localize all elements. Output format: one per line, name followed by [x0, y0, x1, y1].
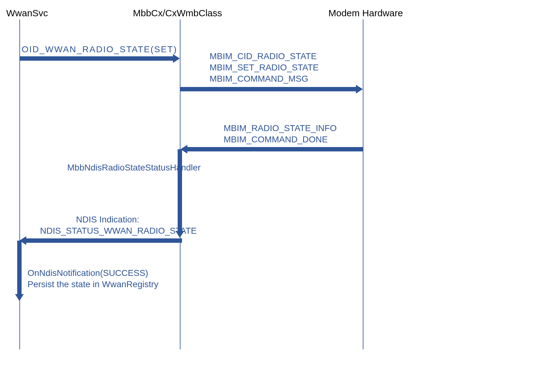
label-notify1: OnNdisNotification(SUCCESS): [28, 267, 148, 278]
label-ndis-ind1: NDIS Indication:: [76, 214, 139, 225]
arrow-mbim-cmd: [180, 87, 357, 91]
arrow-persist: [17, 241, 22, 295]
label-mbim-done: MBIM_COMMAND_DONE: [224, 134, 328, 145]
arrow-handler: [178, 149, 182, 232]
participant-mbbcx: MbbCx/CxWmbClass: [133, 8, 222, 18]
arrow-ndis-indication: [25, 238, 182, 243]
lifeline-modem: [363, 19, 363, 349]
arrow-mbim-done: [186, 147, 363, 151]
label-notify2: Persist the state in WwanRegistry: [28, 279, 159, 290]
arrow-oid-set: [19, 56, 174, 61]
label-mbim-msg: MBIM_COMMAND_MSG: [210, 73, 308, 84]
label-oid-set: OID_WWAN_RADIO_STATE(SET): [22, 44, 177, 55]
participant-wwansvc: WwanSvc: [6, 8, 48, 18]
label-mbim-set: MBIM_SET_RADIO_STATE: [210, 62, 319, 73]
sequence-diagram: WwanSvc MbbCx/CxWmbClass Modem Hardware …: [0, 0, 552, 392]
label-mbim-info: MBIM_RADIO_STATE_INFO: [224, 123, 337, 134]
participant-modem: Modem Hardware: [328, 8, 403, 18]
label-mbim-cid: MBIM_CID_RADIO_STATE: [210, 51, 317, 62]
label-ndis-ind2: NDIS_STATUS_WWAN_RADIO_STATE: [40, 225, 197, 236]
